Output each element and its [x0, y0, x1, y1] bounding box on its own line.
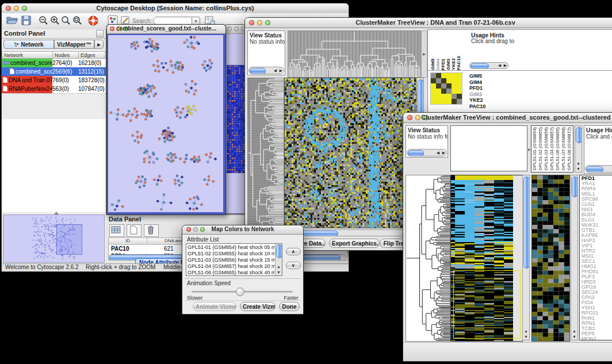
- scroll-right-button[interactable]: ▶: [278, 68, 284, 74]
- scroll-left-button[interactable]: ◀: [435, 150, 441, 156]
- scrollbar-thumb[interactable]: [408, 150, 424, 156]
- attribute-list-item[interactable]: GPL51-06 (GSM865) heat shock 40 min: [188, 270, 274, 276]
- attribute-list-scrollbar[interactable]: ▲ ▼: [275, 244, 282, 275]
- move-down-button[interactable]: ∨: [286, 262, 301, 269]
- column-dendrogram-canvas[interactable]: [288, 30, 421, 78]
- network-view-window: combined_scores_good.txt--cluste...: [106, 24, 226, 215]
- usage-hints-scrollbar[interactable]: ◀ ▶: [469, 62, 508, 69]
- network-list-row[interactable]: combined_sco2569(6)13112(15): [2, 67, 106, 76]
- save-icon[interactable]: [21, 15, 32, 26]
- create-vizmap-button[interactable]: Create Vizmap: [240, 302, 276, 311]
- tab-network[interactable]: Network: [3, 40, 54, 49]
- scrollbar-thumb[interactable]: [276, 244, 282, 258]
- zoom-out-icon[interactable]: [38, 15, 49, 26]
- scrollbar-thumb[interactable]: [250, 68, 266, 74]
- attribute-list-item[interactable]: GPL51-03 (GSM856) heat shock 15 min: [188, 257, 274, 263]
- gene-label[interactable]: GIM3: [469, 91, 485, 98]
- row-dendrogram-canvas[interactable]: [406, 175, 450, 342]
- scroll-right-button[interactable]: ▶: [503, 63, 508, 68]
- usage-hints-scrollbar[interactable]: ◀ ▶: [585, 165, 612, 173]
- scrollbar-thumb[interactable]: [576, 127, 582, 143]
- heatmap-vscrollbar[interactable]: ▲ ▼: [522, 175, 530, 340]
- gene-label[interactable]: MON2: [582, 336, 612, 340]
- view-status-scrollbar[interactable]: ◀ ▶: [248, 67, 284, 74]
- treeview2-title-bar[interactable]: ClusterMaker TreeView : combined_scores_…: [403, 113, 612, 123]
- gene-label[interactable]: GIM5: [469, 73, 485, 79]
- network-nodes-count: 2569(6): [52, 68, 78, 75]
- network-list-row[interactable]: combined_scores2764(0)16218(0): [2, 59, 106, 67]
- gene-label[interactable]: GIM4: [469, 79, 485, 86]
- scroll-up-button[interactable]: ▲: [572, 328, 577, 334]
- network-table-header: Network Nodes Edges: [2, 51, 106, 59]
- gene-label[interactable]: PFD1: [469, 85, 485, 91]
- scroll-down-button[interactable]: ▼: [572, 334, 577, 340]
- scroll-down-button[interactable]: ▼: [576, 166, 581, 172]
- network-list-row[interactable]: DNA and Tran 07769(0)183728(0): [2, 76, 106, 85]
- delete-attribute-icon[interactable]: [144, 224, 159, 237]
- birdseye-canvas[interactable]: [3, 215, 103, 260]
- splitter-arrow[interactable]: ▶: [528, 147, 531, 151]
- scroll-left-button[interactable]: ◀: [497, 63, 502, 68]
- heatmap-canvas[interactable]: [450, 175, 523, 342]
- attribute-list-item[interactable]: GPL51-02 (GSM855) heat shock 10 min: [188, 251, 274, 257]
- heatmap-hscrollbar[interactable]: ◀ ▶: [284, 229, 416, 236]
- animation-slider-thumb[interactable]: [236, 288, 244, 296]
- move-up-button[interactable]: ∧: [286, 248, 301, 255]
- close-icon[interactable]: [227, 26, 232, 31]
- tab-vizmapper[interactable]: VizMapper™: [54, 40, 94, 49]
- scroll-down-button[interactable]: ▼: [276, 270, 281, 275]
- zoom-view-canvas[interactable]: [531, 175, 570, 342]
- scrollbar-thumb[interactable]: [586, 166, 603, 173]
- new-attribute-icon[interactable]: [127, 224, 141, 237]
- network-list-row[interactable]: RNAPuberNov2+563(0)107847(0): [2, 85, 106, 93]
- zoom-fit-icon[interactable]: [60, 15, 72, 26]
- network-view-canvas[interactable]: [108, 35, 223, 212]
- scroll-down-button[interactable]: ▼: [523, 334, 529, 340]
- scroll-up-button[interactable]: ▲: [276, 264, 281, 270]
- scrollbar-thumb[interactable]: [572, 177, 578, 197]
- done-button[interactable]: Done: [279, 302, 300, 311]
- column-labels-scrollbar[interactable]: ▲ ▼: [575, 125, 582, 173]
- treeview1-title-bar[interactable]: ClusterMaker TreeView : DNA and Tran 07-…: [245, 18, 612, 28]
- data-col-id[interactable]: ID: [109, 238, 147, 244]
- scrollbar-thumb[interactable]: [523, 177, 530, 269]
- gene-label[interactable]: YKE2: [469, 97, 485, 104]
- col-header-nodes[interactable]: Nodes: [53, 51, 79, 59]
- export-graphics-button[interactable]: Export Graphics...: [329, 239, 380, 248]
- attribute-listbox[interactable]: GPL51-01 (GSM854) heat shock 05 minGPL51…: [186, 243, 282, 276]
- treeview2-title: ClusterMaker TreeView : combined_scores_…: [403, 114, 612, 121]
- network-nodes-count: 769(0): [52, 77, 78, 83]
- float-panel-icon[interactable]: [96, 30, 104, 37]
- minimize-icon[interactable]: [234, 26, 239, 31]
- network-window-title-bar[interactable]: combined_scores_good.txt--cluste...: [107, 25, 225, 34]
- scroll-up-button[interactable]: ▲: [523, 328, 529, 334]
- zoom-selected-icon[interactable]: [72, 15, 83, 26]
- open-file-icon[interactable]: [6, 15, 18, 26]
- col-header-edges[interactable]: Edges: [79, 51, 106, 59]
- attribute-list-item[interactable]: GPL51-04 (GSM857) heat shock 20 min: [188, 263, 274, 270]
- birdseye-view[interactable]: [3, 214, 105, 263]
- dialog-title-bar[interactable]: Map Colors to Network: [182, 225, 303, 235]
- animate-vizmap-button[interactable]: Animate Vizmap: [193, 302, 236, 311]
- scroll-right-button[interactable]: ▶: [441, 150, 446, 156]
- scrollbar-thumb[interactable]: [471, 63, 489, 69]
- gene-label[interactable]: PAC10: [469, 104, 485, 110]
- help-lifering-icon[interactable]: [87, 15, 99, 26]
- tab-overflow-button[interactable]: ▶: [94, 40, 104, 49]
- view-status-scrollbar[interactable]: ◀ ▶: [407, 149, 447, 156]
- summary-matrix-canvas[interactable]: [430, 72, 462, 105]
- search-input[interactable]: [153, 17, 192, 25]
- heatmap-canvas[interactable]: [284, 78, 417, 228]
- row-dendrogram-canvas[interactable]: [247, 78, 284, 228]
- column-dendrogram-area[interactable]: [450, 125, 527, 171]
- col-header-network[interactable]: Network: [2, 51, 53, 59]
- treeview2-bottom-bar: Settings...Save Data...Export Graphics..…: [403, 342, 612, 361]
- scroll-up-button[interactable]: ▲: [576, 160, 581, 166]
- zoom-in-icon[interactable]: [49, 15, 61, 26]
- gene-list-scrollbar[interactable]: ▲ ▼: [571, 175, 578, 340]
- attribute-list-item[interactable]: GPL51-01 (GSM854) heat shock 05 min: [188, 244, 274, 251]
- select-attributes-icon[interactable]: [109, 224, 124, 237]
- scroll-left-button[interactable]: ◀: [273, 68, 278, 74]
- main-title-bar[interactable]: Cytoscape Desktop (Session Name: collins…: [2, 3, 349, 14]
- splitter-arrow[interactable]: ▶: [421, 30, 427, 78]
